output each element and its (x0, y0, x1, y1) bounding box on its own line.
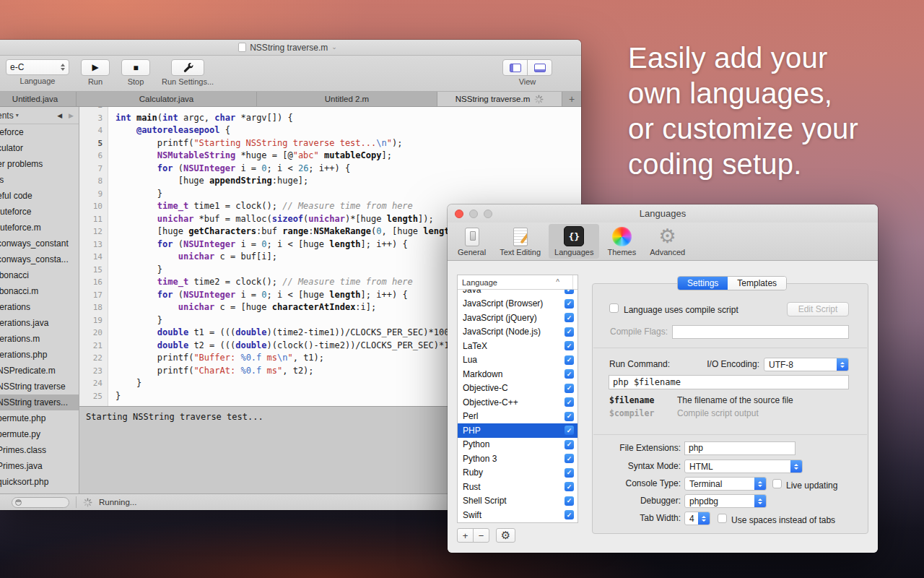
sidebar-file-item[interactable]: terations.m (0, 331, 79, 347)
tab-width-popup[interactable]: 4 (684, 512, 710, 525)
sidebar-file-item[interactable]: teforce (0, 124, 79, 140)
language-enabled-checkbox[interactable]: ✓ (565, 496, 574, 506)
sidebar-file-item[interactable]: terations.java (0, 315, 79, 331)
language-row[interactable]: Markdown✓ (458, 367, 578, 381)
title-chevron-down-icon[interactable]: ⌄ (331, 43, 337, 51)
compile-script-checkbox[interactable] (609, 303, 619, 313)
language-enabled-checkbox[interactable]: ✓ (565, 440, 574, 449)
language-row[interactable]: Objective-C✓ (458, 381, 578, 396)
language-row[interactable]: Python✓ (458, 438, 578, 452)
language-row[interactable]: Shell Script✓ (458, 494, 578, 509)
run-button[interactable]: ▶ (81, 59, 110, 76)
language-row[interactable]: Objective-C++✓ (458, 395, 578, 410)
tab-nsstring-traverse-m[interactable]: NSString traverse.m (437, 92, 562, 106)
sidebar-file-item[interactable]: permute.php (0, 410, 79, 426)
console-type-popup[interactable]: Terminal (684, 477, 767, 491)
language-enabled-checkbox[interactable]: ✓ (565, 482, 574, 491)
stop-button[interactable]: ■ (121, 59, 150, 76)
sidebar-file-item[interactable]: Primes.class (0, 442, 79, 458)
language-enabled-checkbox[interactable]: ✓ (565, 369, 574, 379)
forward-button[interactable]: ▶ (69, 112, 74, 119)
use-spaces-checkbox[interactable] (718, 514, 727, 523)
language-row[interactable]: Java✓ (458, 290, 578, 297)
sidebar-file-item[interactable]: ruteforce.m (0, 220, 79, 236)
file-extensions-field[interactable]: php (684, 441, 796, 455)
sidebar-file-item[interactable]: NSPredicate.m (0, 363, 79, 379)
sidebar-file-item[interactable]: NSString travers... (0, 394, 79, 410)
sidebar-file-item[interactable]: culator (0, 140, 79, 156)
language-enabled-checkbox[interactable]: ✓ (565, 454, 574, 463)
toggle-sidebar-button[interactable] (502, 59, 528, 76)
language-enabled-checkbox[interactable]: ✓ (565, 313, 574, 322)
language-enabled-checkbox[interactable]: ✓ (565, 341, 574, 350)
language-row[interactable]: Swift✓ (458, 508, 578, 522)
language-enabled-checkbox[interactable]: ✓ (565, 327, 574, 337)
run-settings-button[interactable] (171, 59, 204, 76)
language-row[interactable]: Python 3✓ (458, 452, 578, 466)
sidebar-file-item[interactable]: er problems (0, 156, 79, 172)
prefs-toolbar-advanced[interactable]: ⚙Advanced (644, 224, 691, 259)
language-row[interactable]: PHP✓ (458, 423, 578, 438)
sidebar-header[interactable]: ents ▾ ◀ ▶ (0, 107, 79, 124)
tab-untitled-2-m[interactable]: Untitled 2.m (257, 92, 437, 106)
sidebar-file-item[interactable]: eful code (0, 188, 79, 204)
language-enabled-checkbox[interactable]: ✓ (565, 510, 574, 519)
language-enabled-checkbox[interactable]: ✓ (565, 355, 574, 365)
language-enabled-checkbox[interactable]: ✓ (565, 397, 574, 407)
live-updating-checkbox[interactable] (772, 479, 782, 488)
tab-settings[interactable]: Settings (678, 277, 728, 290)
language-popup[interactable]: e-C (6, 59, 69, 75)
syntax-mode-popup[interactable]: HTML (684, 460, 803, 473)
sidebar-file-item[interactable]: ibonacci (0, 267, 79, 283)
sidebar-file-item[interactable]: permute.py (0, 426, 79, 442)
compile-flags-field[interactable] (672, 325, 849, 339)
back-button[interactable]: ◀ (57, 112, 62, 119)
sidebar-file-item[interactable]: terations.php (0, 347, 79, 363)
language-enabled-checkbox[interactable]: ✓ (565, 412, 574, 421)
language-enabled-checkbox[interactable]: ✓ (565, 299, 574, 309)
sidebar-file-item[interactable]: ibonacci.m (0, 283, 79, 299)
sidebar-file-item[interactable]: conways_consta... (0, 251, 79, 267)
language-row[interactable]: JavaScript (Browser)✓ (458, 297, 578, 311)
language-enabled-checkbox[interactable]: ✓ (565, 384, 574, 393)
sidebar-file-item[interactable]: NSString traverse (0, 379, 79, 394)
sidebar-file-item[interactable]: ruteforce (0, 204, 79, 220)
prefs-toolbar-languages[interactable]: {}Languages (549, 224, 599, 259)
sidebar-file-item[interactable]: terations (0, 299, 79, 315)
tab-calculator-java[interactable]: Calculator.java (77, 92, 257, 106)
new-tab-button[interactable]: + (562, 92, 581, 106)
language-row[interactable]: JavaScript (Node.js)✓ (458, 325, 578, 340)
language-row[interactable]: Perl✓ (458, 410, 578, 424)
filter-field[interactable] (12, 497, 69, 508)
sidebar-file-item[interactable]: Primes.java (0, 458, 79, 474)
tab-untitled-java[interactable]: Untitled.java (0, 92, 77, 106)
language-row[interactable]: JavaScript (jQuery)✓ (458, 311, 578, 325)
toggle-console-button[interactable] (527, 59, 552, 76)
tab-templates[interactable]: Templates (728, 277, 786, 290)
editor-titlebar[interactable]: NSString traverse.m ⌄ (0, 40, 581, 56)
language-row[interactable]: LaTeX✓ (458, 339, 578, 353)
prefs-toolbar-general[interactable]: General (452, 224, 492, 259)
language-enabled-checkbox[interactable]: ✓ (565, 290, 574, 294)
language-enabled-checkbox[interactable]: ✓ (565, 426, 574, 435)
language-actions-gear-button[interactable]: ⚙ (496, 528, 515, 543)
run-command-field[interactable]: php $filename (609, 375, 849, 389)
io-encoding-popup[interactable]: UTF-8 (764, 358, 849, 371)
close-button[interactable] (455, 210, 463, 218)
language-enabled-checkbox[interactable]: ✓ (565, 468, 574, 478)
language-row[interactable]: Rust✓ (458, 480, 578, 494)
code-line: [huge appendString:huge]; (116, 175, 581, 188)
language-row[interactable]: Lua✓ (458, 353, 578, 368)
language-row[interactable]: Ruby✓ (458, 466, 578, 480)
sidebar-file-item[interactable]: conways_constant (0, 236, 79, 251)
sidebar-file-item[interactable]: ts (0, 172, 79, 188)
sidebar-file-item[interactable]: quicksort.php (0, 474, 79, 490)
prefs-toolbar-text-editing[interactable]: Text Editing (494, 224, 546, 259)
edit-script-button[interactable]: Edit Script (787, 302, 849, 316)
add-language-button[interactable]: + (457, 528, 474, 543)
preferences-titlebar[interactable]: Languages (448, 204, 878, 223)
debugger-popup[interactable]: phpdbg (684, 494, 767, 508)
remove-language-button[interactable]: − (473, 528, 489, 543)
prefs-toolbar-themes[interactable]: Themes (601, 224, 642, 259)
language-list-header[interactable]: Language ^ (458, 275, 578, 290)
